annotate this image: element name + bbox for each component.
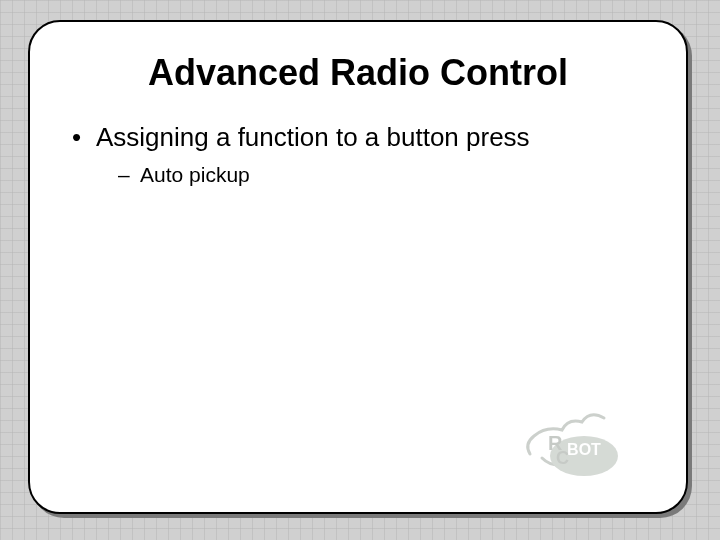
sub-bullet-item: Auto pickup [118, 163, 652, 187]
svg-text:C: C [556, 448, 569, 468]
bullet-text: Assigning a function to a button press [96, 122, 530, 152]
svg-text:BOT: BOT [567, 441, 601, 458]
sub-bullet-list: Auto pickup [96, 163, 652, 187]
bullet-item: Assigning a function to a button press A… [72, 122, 652, 187]
sub-bullet-text: Auto pickup [140, 163, 250, 186]
slide-title: Advanced Radio Control [64, 52, 652, 94]
bullet-list: Assigning a function to a button press A… [64, 122, 652, 187]
rcbot-logo-icon: BOT R C [522, 408, 642, 482]
slide-card: Advanced Radio Control Assigning a funct… [28, 20, 688, 514]
